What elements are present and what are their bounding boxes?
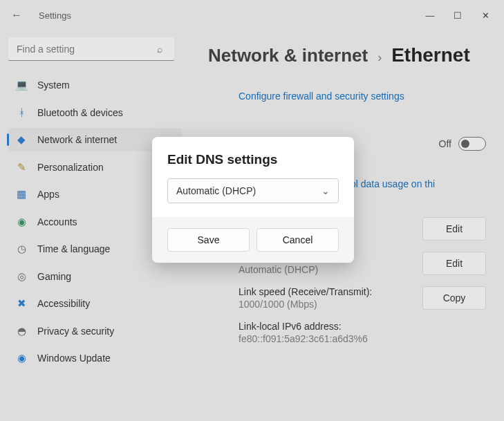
save-button[interactable]: Save: [167, 228, 250, 252]
cancel-button[interactable]: Cancel: [256, 228, 339, 252]
dialog-title: Edit DNS settings: [167, 152, 339, 167]
edit-dns-dialog: Edit DNS settings Automatic (DHCP) ⌄ Sav…: [152, 137, 354, 263]
dns-mode-select[interactable]: Automatic (DHCP) ⌄: [167, 178, 339, 203]
chevron-down-icon: ⌄: [321, 185, 330, 196]
select-value: Automatic (DHCP): [176, 185, 256, 196]
